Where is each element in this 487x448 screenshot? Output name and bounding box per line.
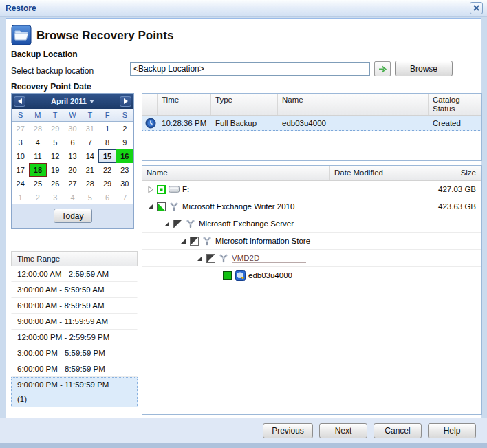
calendar-day[interactable]: 29 <box>47 122 64 136</box>
backup-location-input[interactable] <box>130 62 370 76</box>
help-button[interactable]: Help <box>428 423 476 438</box>
previous-button[interactable]: Previous <box>263 423 313 438</box>
calendar-day-header: S <box>12 109 29 122</box>
time-range-item[interactable]: 12:00:00 AM - 2:59:59 AM <box>11 266 138 282</box>
calendar-day[interactable]: 30 <box>116 177 133 191</box>
browse-button[interactable]: Browse <box>395 61 453 76</box>
calendar-day[interactable]: 11 <box>29 149 46 163</box>
column-icon <box>142 94 158 115</box>
tree-expander[interactable] <box>180 237 187 245</box>
database-icon <box>235 270 246 281</box>
recovery-point-row[interactable]: 10:28:36 PM Full Backup edb03u4000 Creat… <box>142 116 481 131</box>
calendar-next-button[interactable] <box>120 96 131 107</box>
calendar-day[interactable]: 1 <box>98 122 116 136</box>
calendar-day[interactable]: 31 <box>81 122 98 136</box>
tree-expander[interactable] <box>147 186 154 193</box>
calendar-day[interactable]: 20 <box>64 163 81 177</box>
calendar-day[interactable]: 27 <box>12 122 29 136</box>
tree-expander[interactable] <box>163 220 171 228</box>
writer-icon <box>169 202 179 211</box>
browse-tree-panel: Name Date Modified Size F:427.03 GBMicro… <box>142 165 482 415</box>
recovery-points-panel: Time Type Name Catalog Status 10:28:36 P… <box>142 93 482 161</box>
calendar-day[interactable]: 13 <box>64 149 81 163</box>
today-button[interactable]: Today <box>54 209 92 223</box>
left-arrow-icon <box>18 98 22 104</box>
recovery-point-type: Full Backup <box>211 119 278 127</box>
calendar-day[interactable]: 9 <box>116 136 133 149</box>
calendar-day[interactable]: 2 <box>116 122 133 136</box>
calendar-month-label: April 2011 <box>51 97 87 105</box>
expander-expanded-icon <box>196 255 204 262</box>
calendar-day[interactable]: 22 <box>98 163 116 177</box>
tree-row[interactable]: F:427.03 GB <box>142 181 481 198</box>
calendar-prev-button[interactable] <box>14 96 25 107</box>
writer-icon <box>186 219 195 228</box>
calendar-day[interactable]: 30 <box>64 122 81 136</box>
time-range-item[interactable]: 6:00:00 PM - 8:59:59 PM <box>11 361 138 377</box>
tree-expander[interactable] <box>147 203 154 211</box>
bottom-strip <box>0 443 487 448</box>
calendar-day[interactable]: 29 <box>98 177 116 191</box>
cancel-button[interactable]: Cancel <box>374 423 422 438</box>
tree-checkbox[interactable] <box>223 271 232 280</box>
chevron-down-icon <box>89 100 94 103</box>
drive-icon <box>169 185 180 193</box>
go-button[interactable] <box>374 61 391 76</box>
calendar-day[interactable]: 2 <box>29 191 46 204</box>
calendar-day[interactable]: 23 <box>116 163 133 177</box>
time-range-item[interactable]: 9:00:00 AM - 11:59:59 AM <box>11 314 138 330</box>
tree-checkbox[interactable] <box>173 220 182 228</box>
calendar-day[interactable]: 6 <box>64 136 81 149</box>
calendar-day[interactable]: 5 <box>81 191 98 204</box>
calendar-day[interactable]: 28 <box>29 122 46 136</box>
tree-row[interactable]: Microsoft Exchange Server <box>142 215 481 233</box>
calendar-day[interactable]: 4 <box>64 191 81 204</box>
time-range-item[interactable]: 6:00:00 AM - 8:59:59 AM <box>11 298 138 314</box>
calendar-day[interactable]: 21 <box>81 163 98 177</box>
expander-collapsed-icon <box>147 186 154 193</box>
calendar-day[interactable]: 12 <box>47 149 64 163</box>
tree-checkbox[interactable] <box>157 202 166 211</box>
time-range-item[interactable]: 12:00:00 PM - 2:59:59 PM <box>11 330 138 345</box>
calendar-day[interactable]: 28 <box>81 177 98 191</box>
calendar-day[interactable]: 4 <box>29 136 46 149</box>
tree-checkbox[interactable] <box>190 237 199 246</box>
calendar-day[interactable]: 25 <box>29 177 46 191</box>
calendar-day[interactable]: 6 <box>98 191 116 204</box>
tree-row[interactable]: Microsoft Information Store <box>142 233 481 250</box>
time-range-item[interactable]: 3:00:00 AM - 5:59:59 AM <box>11 282 138 298</box>
tree-row-label: Microsoft Information Store <box>215 237 310 245</box>
tree-checkbox[interactable] <box>206 254 215 263</box>
calendar-day[interactable]: 8 <box>98 136 116 149</box>
calendar-day[interactable]: 19 <box>47 163 64 177</box>
tree-checkbox[interactable] <box>157 185 166 194</box>
close-button[interactable] <box>470 2 483 14</box>
tree-expander[interactable] <box>196 255 204 262</box>
calendar-day[interactable]: 17 <box>12 163 29 177</box>
column-name: Name <box>142 166 330 180</box>
calendar-day[interactable]: 15 <box>98 149 116 163</box>
tree-row[interactable]: edb03u4000 <box>142 267 481 284</box>
calendar-day[interactable]: 18 <box>29 163 46 177</box>
calendar-day[interactable]: 7 <box>116 191 133 204</box>
tree-row[interactable]: VMD2D <box>142 250 481 267</box>
calendar-day[interactable]: 26 <box>47 177 64 191</box>
time-range-item[interactable]: 9:00:00 PM - 11:59:59 PM(1) <box>11 377 138 407</box>
calendar-day[interactable]: 14 <box>81 149 98 163</box>
calendar-day[interactable]: 3 <box>47 191 64 204</box>
calendar-day[interactable]: 10 <box>12 149 29 163</box>
calendar-day[interactable]: 7 <box>81 136 98 149</box>
tree-row-size: 427.03 GB <box>429 185 481 193</box>
calendar-day[interactable]: 5 <box>47 136 64 149</box>
calendar-month-selector[interactable]: April 2011 <box>25 97 120 105</box>
calendar-day[interactable]: 24 <box>12 177 29 191</box>
time-range-item[interactable]: 3:00:00 PM - 5:59:59 PM <box>11 345 138 361</box>
database-icon <box>235 270 246 281</box>
tree-row[interactable]: Microsoft Exchange Writer 2010423.63 GB <box>142 198 481 215</box>
calendar-day[interactable]: 1 <box>12 191 29 204</box>
calendar-day[interactable]: 27 <box>64 177 81 191</box>
right-arrow-icon <box>124 98 128 104</box>
calendar-day[interactable]: 3 <box>12 136 29 149</box>
calendar-day[interactable]: 16 <box>116 149 133 163</box>
next-button[interactable]: Next <box>319 423 367 438</box>
